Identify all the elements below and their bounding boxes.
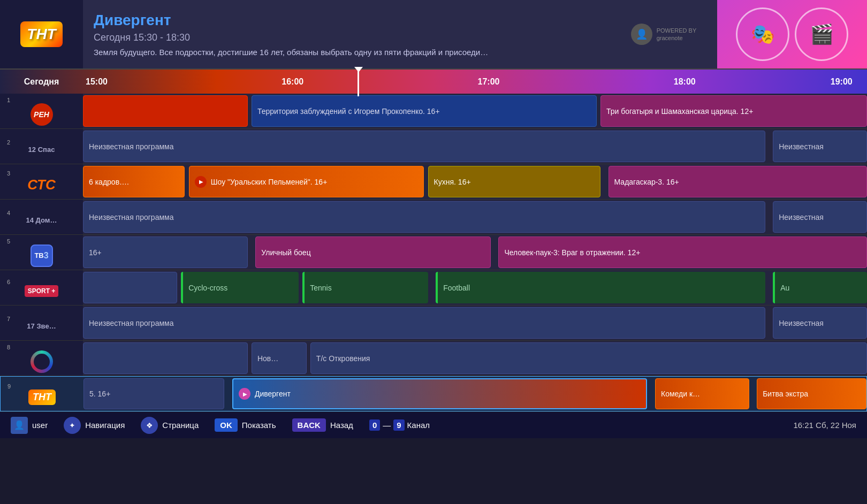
channel-label-tnt[interactable]: 9 ТНТ <box>1 377 83 411</box>
programs-sport: Cyclo-cross Tennis Football Au <box>83 270 867 305</box>
program-block[interactable]: Неизвестная программа <box>83 307 765 339</box>
sts-logo: СТС <box>27 177 55 193</box>
time-slots: 15:00 16:00 17:00 18:00 19:00 <box>83 70 867 94</box>
user-item: 👤 user <box>11 417 48 434</box>
today-label: Сегодня <box>0 77 83 87</box>
ch-range-start: 0 <box>369 419 380 431</box>
time-17: 17:00 <box>475 70 500 94</box>
program-block-au[interactable]: Au <box>773 272 867 303</box>
program-block[interactable]: Шоу "Уральских Пельменей". 16+ <box>189 166 424 197</box>
gracenote-area: 👤 POWERED BYgracenote <box>610 0 717 68</box>
program-block[interactable]: Человек-паук-3: Враг в отражении. 12+ <box>498 236 867 268</box>
channel-row-dom: 4 14 Дом… Неизвестная программа Неизвест… <box>0 200 867 235</box>
ok-item[interactable]: OK Показать <box>215 418 276 432</box>
ch-number-dom: 4 <box>3 210 10 216</box>
tnt-logo: ТНТ <box>20 21 62 47</box>
program-block[interactable]: 16+ <box>83 236 248 268</box>
spas-logo: 12 Спас <box>28 146 55 154</box>
program-block-football[interactable]: Football <box>436 272 765 303</box>
zve-logo: 17 Зве… <box>27 322 56 330</box>
programs-dom: Неизвестная программа Неизвестная <box>83 200 867 234</box>
bottom-bar: 👤 user ✦ Навигация ❖ Страница OK Показат… <box>0 411 867 438</box>
tv3-logo: ТВ3 <box>31 245 53 267</box>
channel-label-orbit[interactable]: 8 <box>0 341 83 376</box>
back-item[interactable]: BACK Назад <box>292 418 353 432</box>
channel-label-dom[interactable]: 4 14 Дом… <box>0 200 83 234</box>
channel-label-sport[interactable]: 6 SPORT + <box>0 270 83 305</box>
program-block[interactable]: Кухня. 16+ <box>428 166 600 197</box>
program-info: Дивергент Сегодня 15:30 - 18:30 Земля бу… <box>83 0 610 68</box>
ch-range-end: 9 <box>393 419 404 431</box>
ch-range-dash: — <box>383 421 391 430</box>
ch-number-orbit: 8 <box>3 344 10 350</box>
dom-logo: 14 Дом… <box>26 216 57 224</box>
ch-number-tnt: 9 <box>3 383 11 390</box>
program-block[interactable]: Уличный боец <box>255 236 491 268</box>
nav-label: Навигация <box>85 421 125 430</box>
sport-logo: SPORT + <box>25 285 59 297</box>
program-block-cyclocross[interactable]: Cyclo-cross <box>181 272 299 303</box>
program-block[interactable]: Неизвестная <box>773 201 867 233</box>
show-label: Показать <box>242 421 276 430</box>
channel-row-tv3: 5 ТВ3 16+ Уличный боец Человек-паук-3: В… <box>0 235 867 270</box>
program-block[interactable]: Битва экстра <box>757 378 866 409</box>
tv3-logo-area: ТВ3 <box>31 245 53 267</box>
time-15: 15:00 <box>83 70 108 94</box>
programs-tv3: 16+ Уличный боец Человек-паук-3: Враг в … <box>83 235 867 270</box>
program-block[interactable]: Нов… <box>252 342 307 374</box>
channel-label-text: Канал <box>407 421 430 430</box>
channel-row-sport: 6 SPORT + Cyclo-cross Tennis Football Au <box>0 270 867 306</box>
program-block[interactable]: 5. 16+ <box>83 378 224 409</box>
channel-label-tv3[interactable]: 5 ТВ3 <box>0 235 83 270</box>
ren-logo: РЕН <box>31 103 53 126</box>
program-time: Сегодня 15:30 - 18:30 <box>94 32 599 43</box>
program-block[interactable]: Неизвестная программа <box>83 131 765 162</box>
orbit-logo <box>31 350 53 373</box>
program-block[interactable]: Неизвестная <box>773 307 867 339</box>
nav-item: ✦ Навигация <box>64 417 125 434</box>
page-item: ❖ Страница <box>141 417 199 434</box>
program-block[interactable]: Т/с Откровения <box>310 342 867 374</box>
program-title: Дивергент <box>94 12 599 29</box>
program-block[interactable] <box>83 95 248 127</box>
channel-label-sts[interactable]: 3 СТС <box>0 164 83 199</box>
ok-button[interactable]: OK <box>215 418 238 432</box>
ch-number-sport: 6 <box>3 279 10 285</box>
channel-label-ren[interactable]: 1 РЕН <box>0 94 83 128</box>
nav-icon: ✦ <box>64 417 81 434</box>
tnt-logo-small: ТНТ <box>28 390 56 405</box>
dom-logo-area: 14 Дом… <box>26 216 57 224</box>
programs-tnt: 5. 16+ Дивергент Комеди к… Битва экстра <box>83 377 866 411</box>
time-18: 18:00 <box>671 70 696 94</box>
channel-row-tnt: 9 ТНТ 5. 16+ Дивергент Комеди к… Битва э… <box>0 376 867 411</box>
channel-label-zve[interactable]: 7 17 Зве… <box>0 306 83 340</box>
program-block-divergent[interactable]: Дивергент <box>232 378 647 409</box>
gracenote-icon: 👤 <box>631 24 652 45</box>
programs-zve: Неизвестная программа Неизвестная <box>83 306 867 340</box>
program-block[interactable]: 6 кадров…. <box>83 166 185 197</box>
program-block[interactable] <box>83 272 177 303</box>
program-block[interactable]: Неизвестная программа <box>83 201 765 233</box>
program-block[interactable]: Мадагаскар-3. 16+ <box>609 166 867 197</box>
program-block[interactable] <box>83 342 248 374</box>
program-block-tennis[interactable]: Tennis <box>302 272 428 303</box>
program-block[interactable]: Три богатыря и Шамаханская царица. 12+ <box>600 95 867 127</box>
user-icon: 👤 <box>11 417 28 434</box>
channel-row-orbit: 8 Нов… Т/с Откровения <box>0 341 867 376</box>
program-block[interactable]: Комеди к… <box>655 378 749 409</box>
time-display: 16:21 Сб, 22 Ноя <box>793 421 856 430</box>
ch-number-tv3: 5 <box>3 238 10 245</box>
program-block[interactable]: Территория заблуждений с Игорем Прокопен… <box>252 95 597 127</box>
spas-logo-area: 12 Спас <box>28 146 55 154</box>
ch-number-spas: 2 <box>3 139 10 146</box>
back-button[interactable]: BACK <box>292 418 326 432</box>
drama-genre-icon[interactable]: 🎭 <box>736 7 789 61</box>
film-genre-icon[interactable]: 🎬 <box>795 7 848 61</box>
program-block[interactable]: Неизвестная <box>773 131 867 162</box>
channel-label-spas[interactable]: 2 12 Спас <box>0 129 83 164</box>
gracenote-logo: 👤 POWERED BYgracenote <box>631 24 697 45</box>
channel-row-sts: 3 СТС 6 кадров…. Шоу "Уральских Пельмене… <box>0 164 867 200</box>
programs-sts: 6 кадров…. Шоу "Уральских Пельменей". 16… <box>83 164 867 199</box>
programs-ren: Территория заблуждений с Игорем Прокопен… <box>83 94 867 128</box>
play-icon <box>195 176 207 188</box>
